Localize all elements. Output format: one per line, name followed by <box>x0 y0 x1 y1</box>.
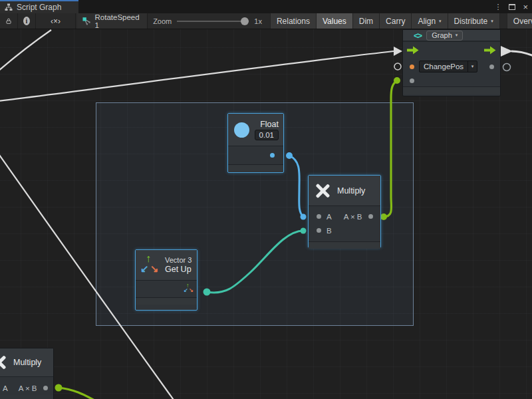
node-title: Float <box>260 120 279 129</box>
node-vector3-header: ↑ ↙ ↘ Vector 3 Get Up <box>136 250 197 281</box>
arrow-downleft-icon: ↙ <box>140 263 149 275</box>
port-variable-input[interactable] <box>410 65 414 69</box>
graph-reference-button[interactable]: RotateSpeed 1 <box>77 13 148 29</box>
align-button[interactable]: Align▾ <box>412 13 448 29</box>
dim-label: Dim <box>359 17 373 26</box>
node-multiply-partial-body: A A × B <box>0 377 53 395</box>
node-vector3-footer <box>136 297 197 305</box>
zoom-value: 1x <box>254 17 262 25</box>
info-icon: i <box>23 17 30 25</box>
float-value-field[interactable]: 0.01 <box>255 130 279 140</box>
carry-button[interactable]: Carry <box>380 13 412 29</box>
port-getup-output[interactable]: ↑ ↙ ↘ <box>184 284 194 295</box>
node-float-header: Float 0.01 <box>228 114 283 146</box>
overview-label: Overview <box>513 17 532 26</box>
toolbar: i ‹×› RotateSpeed 1 Zoom 1x Relations Va… <box>0 13 532 29</box>
port-multiply-out[interactable] <box>43 386 48 390</box>
zoom-control: Zoom 1x <box>148 13 267 29</box>
graph-unit-body: ChangePos ▾ <box>403 42 500 86</box>
chevron-down-icon: ▾ <box>471 64 474 69</box>
node-title: Multiply <box>337 186 365 196</box>
port-ring-right <box>503 64 511 71</box>
relations-button[interactable]: Relations <box>270 13 317 29</box>
chevron-down-icon: ▾ <box>491 19 493 24</box>
port-multiply-b[interactable] <box>317 228 321 233</box>
zoom-label: Zoom <box>153 17 172 25</box>
node-vector3-body: ↑ ↙ ↘ <box>136 281 197 297</box>
menu-icon[interactable]: ⋮ <box>494 3 501 11</box>
code-chevrons-icon: <> <box>414 31 421 41</box>
port-float-output[interactable] <box>270 153 275 158</box>
arrow-downright-icon: ↘ <box>150 263 159 275</box>
flow-arrowhead-left <box>394 47 402 56</box>
lock-button[interactable] <box>0 13 18 29</box>
info-button[interactable]: i <box>18 13 36 29</box>
port-multiply-a[interactable] <box>317 214 321 219</box>
arrow-downright-icon: ↘ <box>189 287 194 293</box>
control-input-arrow-icon[interactable] <box>407 46 419 55</box>
wire-white-right <box>511 51 532 56</box>
port-label-a: A <box>327 213 332 221</box>
maximize-icon[interactable] <box>509 4 515 10</box>
graph-node-icon <box>82 17 91 26</box>
graph-hierarchy-icon <box>5 3 13 11</box>
distribute-label: Distribute <box>454 17 488 26</box>
node-title: Multiply <box>13 358 41 367</box>
dim-button[interactable]: Dim <box>353 13 380 29</box>
float-type-icon <box>234 122 249 138</box>
toolbar-buttons: Relations Values Dim Carry Align▾ Distri… <box>270 13 532 29</box>
multiply-icon <box>314 182 331 200</box>
overview-button[interactable]: Overview <box>507 13 532 29</box>
graph-dropdown-label: Graph <box>432 31 452 39</box>
chevron-down-icon: ▾ <box>439 19 442 24</box>
node-float-footer <box>228 164 283 172</box>
changepos-label: ChangePos <box>420 63 467 70</box>
graph-reference-label: RotateSpeed 1 <box>95 13 141 29</box>
node-title: Vector 3 <box>165 256 192 264</box>
values-button[interactable]: Values <box>317 13 353 29</box>
node-float[interactable]: Float 0.01 <box>227 113 284 173</box>
title-bar: Script Graph ⋮ × <box>0 0 532 13</box>
port-label-out: A × B <box>19 384 37 392</box>
control-output-arrow-icon[interactable] <box>484 46 496 55</box>
tab-title: Script Graph <box>17 3 61 12</box>
node-multiply-partial-header: Multiply <box>0 348 53 377</box>
close-icon[interactable]: × <box>523 3 528 11</box>
flow-arrowhead-right <box>501 46 513 57</box>
graph-unit-footer <box>403 86 500 94</box>
node-vector3-getup[interactable]: ↑ ↙ ↘ Vector 3 Get Up ↑ ↙ ↘ <box>135 249 198 311</box>
values-label: Values <box>323 17 346 26</box>
graph-canvas[interactable]: Float 0.01 Multiply A A × B <box>0 29 532 399</box>
vector3-icon: ↑ ↙ ↘ <box>140 255 161 276</box>
port-label-b: B <box>327 227 332 235</box>
graph-unit-header: <> Graph ▾ <box>403 30 500 42</box>
node-multiply-partial[interactable]: Multiply A A × B <box>0 348 54 399</box>
wire-endpoint <box>55 384 63 392</box>
node-graph-unit[interactable]: <> Graph ▾ ChangePos ▾ <box>402 29 501 96</box>
relations-label: Relations <box>277 17 310 26</box>
carry-label: Carry <box>386 17 405 26</box>
port-label-out: A × B <box>344 213 362 221</box>
wire-white-to-graph-node <box>0 51 394 101</box>
port-variable-output[interactable] <box>489 65 494 69</box>
arrow-downleft-icon: ↙ <box>184 287 188 293</box>
node-multiply[interactable]: Multiply A A × B B <box>308 175 381 248</box>
zoom-slider[interactable] <box>177 17 249 25</box>
tab-script-graph[interactable]: Script Graph <box>0 0 78 13</box>
port-extra-input[interactable] <box>410 78 414 83</box>
wire-white-topleft <box>0 30 51 71</box>
multiply-icon <box>0 354 7 371</box>
window-controls: ⋮ × <box>494 0 528 13</box>
distribute-button[interactable]: Distribute▾ <box>448 13 500 29</box>
align-label: Align <box>418 17 436 26</box>
zoom-slider-handle[interactable] <box>241 17 249 25</box>
zoom-slider-track[interactable] <box>177 21 249 22</box>
lock-icon <box>5 17 12 25</box>
chevron-down-icon: ▾ <box>456 33 458 38</box>
code-preview-button[interactable]: ‹×› <box>36 13 76 29</box>
changepos-dropdown[interactable]: ChangePos ▾ <box>419 61 477 72</box>
wire-endpoint <box>394 77 400 84</box>
node-float-body <box>228 146 283 164</box>
port-multiply-out[interactable] <box>368 214 373 219</box>
graph-dropdown-button[interactable]: Graph ▾ <box>426 31 463 41</box>
